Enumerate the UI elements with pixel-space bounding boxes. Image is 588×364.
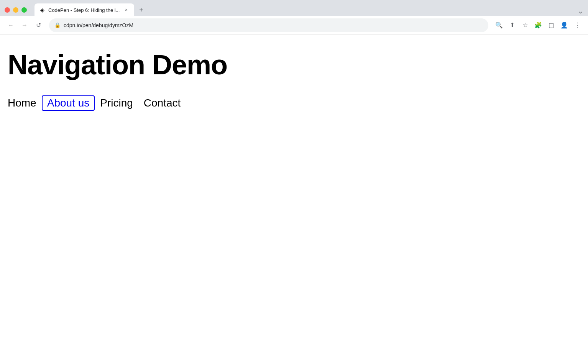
extensions-button[interactable]: 🧩 — [532, 19, 544, 31]
nav-item-about[interactable]: About us — [42, 95, 95, 111]
toolbar-actions: 🔍 ⬆ ☆ 🧩 ▢ 👤 ⋮ — [493, 19, 583, 31]
tab-title: CodePen - Step 6: Hiding the l... — [48, 7, 120, 13]
minimize-window-button[interactable] — [13, 7, 18, 13]
lock-icon: 🔒 — [54, 22, 61, 28]
search-button[interactable]: 🔍 — [493, 19, 505, 31]
page-content: Navigation Demo Home About us Pricing Co… — [0, 34, 588, 364]
close-window-button[interactable] — [5, 7, 10, 13]
title-bar: ◈ CodePen - Step 6: Hiding the l... × + … — [0, 0, 588, 16]
menu-button[interactable]: ⋮ — [571, 19, 583, 31]
page-title: Navigation Demo — [8, 50, 580, 80]
nav-item-pricing[interactable]: Pricing — [95, 95, 138, 111]
tab-close-button[interactable]: × — [123, 7, 130, 13]
traffic-lights — [5, 7, 27, 13]
split-view-button[interactable]: ▢ — [545, 19, 557, 31]
new-tab-button[interactable]: + — [136, 5, 146, 15]
share-button[interactable]: ⬆ — [506, 19, 518, 31]
profile-button[interactable]: 👤 — [558, 19, 570, 31]
nav-item-contact[interactable]: Contact — [138, 95, 186, 111]
tab-favicon-icon: ◈ — [39, 7, 45, 13]
browser-toolbar: ← → ↺ 🔒 cdpn.io/pen/debug/dymzOzM 🔍 ⬆ ☆ … — [0, 16, 588, 34]
tab-expand-icon[interactable]: ⌄ — [578, 7, 583, 15]
browser-chrome: ◈ CodePen - Step 6: Hiding the l... × + … — [0, 0, 588, 34]
nav-item-home[interactable]: Home — [8, 95, 42, 111]
nav-menu: Home About us Pricing Contact — [8, 95, 580, 111]
active-tab[interactable]: ◈ CodePen - Step 6: Hiding the l... × — [34, 3, 134, 16]
reload-button[interactable]: ↺ — [32, 19, 44, 31]
address-bar[interactable]: 🔒 cdpn.io/pen/debug/dymzOzM — [49, 18, 488, 32]
main-nav: Home About us Pricing Contact — [8, 95, 580, 111]
url-text: cdpn.io/pen/debug/dymzOzM — [64, 22, 483, 28]
maximize-window-button[interactable] — [21, 7, 27, 13]
tab-bar: ◈ CodePen - Step 6: Hiding the l... × + … — [34, 3, 583, 16]
forward-button[interactable]: → — [18, 19, 31, 31]
back-button[interactable]: ← — [5, 19, 17, 31]
bookmark-button[interactable]: ☆ — [519, 19, 531, 31]
